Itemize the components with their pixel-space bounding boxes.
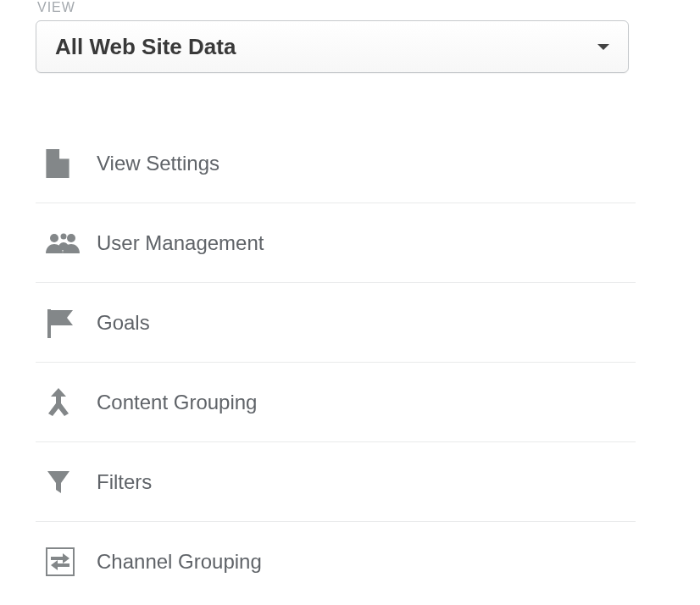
chevron-down-icon [597, 44, 609, 50]
menu-item-label: User Management [97, 231, 264, 255]
svg-point-0 [50, 234, 58, 242]
menu-item-label: Channel Grouping [97, 550, 262, 574]
svg-point-1 [61, 233, 67, 239]
svg-rect-3 [47, 309, 51, 338]
menu-item-view-settings[interactable]: View Settings [36, 124, 636, 203]
swap-icon [46, 547, 97, 576]
menu-item-label: Filters [97, 470, 152, 494]
svg-rect-4 [47, 548, 74, 575]
menu-item-channel-grouping[interactable]: Channel Grouping [36, 522, 636, 602]
users-icon [46, 233, 97, 253]
menu-item-label: View Settings [97, 152, 219, 175]
menu-item-label: Goals [97, 311, 150, 335]
section-label: VIEW [36, 0, 664, 15]
svg-point-2 [67, 234, 75, 242]
menu-item-user-management[interactable]: User Management [36, 203, 636, 283]
menu-item-label: Content Grouping [97, 391, 257, 414]
dropdown-selected-label: All Web Site Data [55, 34, 236, 60]
document-icon [46, 149, 97, 178]
menu-item-goals[interactable]: Goals [36, 283, 636, 363]
merge-icon [46, 388, 97, 417]
view-menu-list: View Settings User Management [36, 124, 636, 602]
menu-item-filters[interactable]: Filters [36, 442, 636, 522]
funnel-icon [46, 469, 97, 495]
menu-item-content-grouping[interactable]: Content Grouping [36, 363, 636, 442]
flag-icon [46, 308, 97, 338]
view-dropdown[interactable]: All Web Site Data [36, 20, 629, 73]
